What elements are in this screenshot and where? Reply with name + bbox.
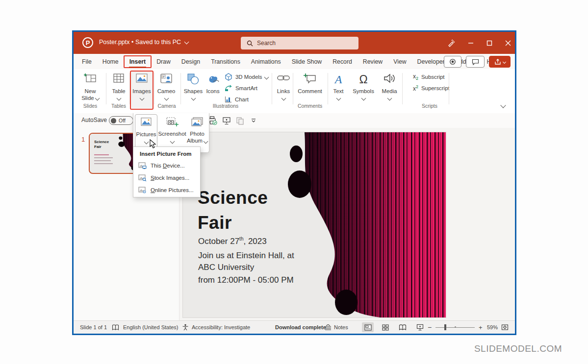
zoom-in-button[interactable]: + [479,321,483,334]
icons-button[interactable]: Icons [204,71,222,108]
subscript-button[interactable]: x2 Subscript [413,72,445,82]
menu-item-online-pictures[interactable]: Online Pictures... [138,185,197,195]
links-button[interactable]: Links [273,71,294,108]
group-label-camera: Camera [158,103,176,109]
new-slide-icon [77,71,103,88]
chevron-down-icon [387,96,392,101]
chevron-down-icon [139,96,144,101]
menu-header: Insert Picture From [140,151,191,157]
close-button[interactable] [505,40,511,46]
slideshow-view-button[interactable] [414,322,426,332]
pictures-icon [135,115,157,131]
share-button[interactable] [489,56,511,68]
menu-item-this-device[interactable]: This Device... [138,160,197,171]
save-status: Saved to this PC [135,39,181,46]
slide-time-text[interactable]: from 12:00PM - 05:00 PM [198,275,294,285]
slide-location-text[interactable]: Join us at Einstein Hall, at ABC Univers… [198,250,294,273]
table-icon [108,71,129,88]
slide-date-text[interactable]: October 27th, 2023 [198,236,267,246]
chart-button[interactable]: Chart [225,95,249,104]
omega-icon: Ω [351,71,376,88]
language-status[interactable]: English (United States) [123,321,179,334]
media-button[interactable]: Media [379,71,400,108]
tab-record[interactable]: Record [327,54,358,69]
grid-view-icon [382,324,389,331]
screenshot-button[interactable]: Screenshot [158,114,186,150]
notes-button[interactable]: Notes [325,321,348,334]
images-button[interactable]: Images [131,71,153,108]
stock-images-icon [138,174,147,181]
3d-models-button[interactable]: 3D Models [225,72,268,82]
start-slideshow-button[interactable] [221,116,232,125]
present-display-icon [222,116,231,125]
shapes-button[interactable]: Shapes [182,71,204,108]
tab-design[interactable]: Design [176,54,205,69]
search-input[interactable]: Search [241,37,358,49]
accessibility-status[interactable]: Accessibility: Investigate [192,321,250,334]
tab-view[interactable]: View [388,54,411,69]
comment-bubble-icon [472,59,479,65]
superscript-icon: x2 [413,84,418,92]
cameo-icon: P [154,71,178,88]
comments-button[interactable] [466,56,485,68]
accessibility-icon [182,321,189,334]
powerpoint-window: P Poster.pptx • Saved to this PC Search … [72,30,516,335]
slide-sorter-view-button[interactable] [380,322,391,332]
chevron-down-icon [264,74,269,79]
document-title[interactable]: Poster.pptx • Saved to this PC [99,39,188,46]
collapse-ribbon-button[interactable] [501,100,505,109]
chevron-down-icon [164,96,169,101]
normal-view-button[interactable] [362,322,374,332]
spell-check-icon[interactable] [112,321,119,334]
zoom-out-button[interactable]: − [428,321,432,334]
text-box-button[interactable]: A Text [330,71,347,108]
tab-review[interactable]: Review [358,54,388,69]
slide-count[interactable]: Slide 1 of 1 [80,321,107,334]
speaker-icon [379,71,400,88]
photo-album-button[interactable]: Photo Album [186,114,208,150]
tab-animations[interactable]: Animations [246,54,286,69]
cameo-button[interactable]: P Cameo [154,71,178,108]
tab-draw[interactable]: Draw [151,54,176,69]
chevron-down-icon [191,96,196,101]
maximize-button[interactable] [486,40,492,46]
copy-button[interactable] [234,116,245,125]
link-icon [273,71,294,88]
images-icon [131,71,153,88]
chevron-down-icon [170,139,175,144]
smartart-button[interactable]: SmartArt [225,83,257,93]
thumbnail-text-line [94,163,113,164]
record-button[interactable] [444,56,461,68]
zoom-slider-thumb[interactable] [444,324,446,330]
autosave-label: AutoSave [81,117,107,123]
table-button[interactable]: Table [108,71,129,108]
laser-pen-icon[interactable] [447,39,455,47]
text-a-icon: A [330,71,347,88]
screenshot-icon [158,114,186,130]
new-slide-button[interactable]: New Slide [77,71,103,108]
thumbnail-title: ScienceFair [94,140,109,149]
fit-to-window-button[interactable] [501,321,509,334]
qat-overflow-button[interactable] [248,116,259,125]
chevron-down-icon [95,96,100,101]
slide-title[interactable]: Science Fair [198,185,268,235]
chart-icon [225,96,232,103]
autosave-toggle[interactable]: Off [109,116,133,125]
search-placeholder: Search [257,40,276,47]
tab-file[interactable]: File [77,54,97,69]
tab-slide-show[interactable]: Slide Show [286,54,328,69]
slide-canvas[interactable]: Science Fair October 27th, 2023 Join us … [182,132,446,318]
group-label-slides: Slides [83,103,97,109]
reading-view-button[interactable] [397,322,409,332]
page: P Poster.pptx • Saved to this PC Search … [0,0,588,364]
menu-item-stock-images[interactable]: Stock Images... [138,172,197,183]
minimize-button[interactable] [468,40,474,46]
tab-transitions[interactable]: Transitions [205,54,246,69]
symbols-button[interactable]: Ω Symbols [351,71,376,108]
superscript-button[interactable]: x2 Superscript [413,83,450,93]
new-comment-button[interactable]: Comment [294,71,326,108]
tab-home[interactable]: Home [97,54,124,69]
tab-insert[interactable]: Insert [124,54,152,69]
group-label-tables: Tables [111,103,126,109]
zoom-level[interactable]: 59% [487,321,498,334]
